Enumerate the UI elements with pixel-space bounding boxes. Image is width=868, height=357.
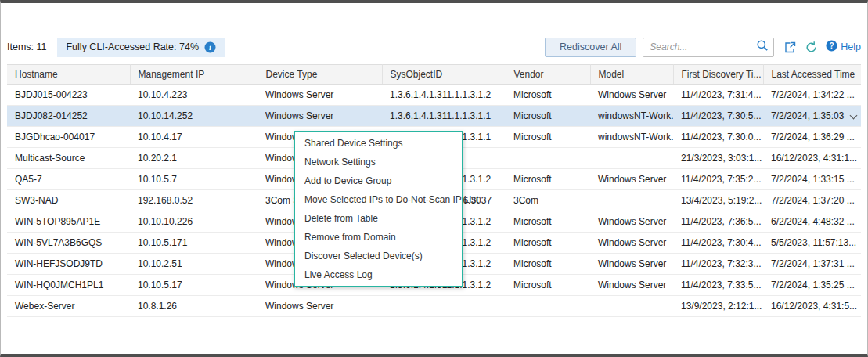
cell-sysobjectid: [382, 296, 506, 317]
cell-model: windowsNT-Work...: [590, 127, 673, 148]
chevron-down-icon[interactable]: [850, 112, 858, 120]
col-hostname[interactable]: Hostname: [7, 65, 130, 85]
col-sysobjectid[interactable]: SysObjectID: [382, 65, 506, 85]
cell-last-accessed: 7/2/2024, 1:35:25 ...: [763, 275, 861, 296]
cell-hostname: WIN-HQ0JMCH1PL1: [7, 275, 130, 296]
table-row[interactable]: Webex-Server 10.8.1.26 Windows Server 13…: [7, 296, 861, 317]
cell-management-ip: 10.20.2.1: [130, 148, 258, 169]
cell-management-ip: 10.10.4.17: [130, 127, 258, 148]
cell-management-ip: 10.10.5.17: [130, 275, 258, 296]
context-menu-item[interactable]: Network Settings: [295, 153, 462, 171]
cli-rate-label: Fully CLI-Accessed Rate: 74%: [66, 41, 199, 52]
cell-first-discovery: 11/4/2023, 7:36:5...: [673, 211, 763, 233]
cell-first-discovery: 11/4/2023, 7:32:3...: [673, 254, 763, 275]
toolbar-right: Rediscover All: [545, 38, 861, 57]
cell-first-discovery: 11/4/2023, 7:30:4...: [673, 233, 763, 254]
export-icon[interactable]: [783, 41, 797, 54]
cell-management-ip: 10.10.4.223: [130, 85, 258, 106]
context-menu-item[interactable]: Delete from Table: [295, 209, 462, 228]
cell-device-type: Windows Server: [258, 296, 382, 317]
cell-device-type: Windows Server: [258, 85, 382, 106]
cell-first-discovery: 11/4/2023, 7:35:2...: [673, 169, 763, 190]
table-row[interactable]: BJDJ015-004223 10.10.4.223 Windows Serve…: [7, 85, 861, 106]
col-model[interactable]: Model: [590, 65, 673, 85]
cell-model: windowsNT-Work...: [590, 106, 673, 127]
cell-model: Windows Server: [590, 254, 673, 275]
col-first-discovery[interactable]: First Discovery Ti...: [673, 65, 763, 85]
search-input[interactable]: [650, 41, 756, 52]
cell-last-accessed: 16/12/2023, 4:31:5...: [763, 296, 861, 317]
cell-management-ip: 192.168.0.52: [130, 190, 258, 211]
cell-model: [590, 190, 673, 211]
toolbar: Items: 11 Fully CLI-Accessed Rate: 74% i…: [1, 36, 867, 58]
cell-hostname: BJGDhcao-004017: [7, 127, 130, 148]
cell-last-accessed: 7/2/2024, 1:36:29 ...: [763, 127, 861, 148]
cell-model: Windows Server: [590, 169, 673, 190]
cell-last-accessed: 7/2/2024, 1:34:22 ...: [763, 85, 861, 106]
cell-vendor: Microsoft: [506, 169, 590, 190]
cell-last-accessed: 7/2/2024, 1:33:15 ...: [763, 169, 861, 190]
context-menu-item[interactable]: Shared Device Settings: [295, 134, 462, 153]
context-menu-item[interactable]: Discover Selected Device(s): [295, 247, 462, 265]
svg-text:?: ?: [830, 41, 834, 50]
cell-vendor: Microsoft: [506, 127, 590, 148]
col-last-accessed[interactable]: Last Accessed Time: [763, 65, 861, 85]
cell-last-accessed: 16/12/2023, 4:31:1...: [763, 148, 861, 169]
cell-vendor: Microsoft: [506, 254, 590, 275]
rediscover-all-button[interactable]: Rediscover All: [545, 38, 636, 57]
cell-model: Windows Server: [590, 85, 673, 106]
cell-model: Windows Server: [590, 275, 673, 296]
cell-model: Windows Server: [590, 211, 673, 233]
cell-hostname: Multicast-Source: [7, 148, 130, 169]
cell-management-ip: 10.10.2.51: [130, 254, 258, 275]
cell-model: Windows Server: [590, 233, 673, 254]
cell-vendor: [506, 148, 590, 169]
cell-hostname: WIN-5VL7A3B6GQS: [7, 233, 130, 254]
cell-vendor: Microsoft: [506, 211, 590, 233]
col-management-ip[interactable]: Management IP: [130, 65, 258, 85]
cell-management-ip: 10.10.5.171: [130, 233, 258, 254]
cell-last-accessed: 6/2/2024, 4:48:32 ...: [763, 211, 861, 233]
context-menu-item[interactable]: Add to Device Group: [295, 171, 462, 190]
table-header: Hostname Management IP Device Type SysOb…: [7, 65, 861, 85]
search-icon[interactable]: [756, 39, 769, 55]
cell-hostname: Webex-Server: [7, 296, 130, 317]
table-row[interactable]: BJDJ082-014252 10.10.14.252 Windows Serv…: [7, 106, 861, 127]
cell-model: [590, 148, 673, 169]
context-menu-item[interactable]: Move Selected IPs to Do-Not-Scan IP List: [295, 190, 462, 209]
context-menu-item[interactable]: Remove from Domain: [295, 228, 462, 247]
cell-sysobjectid: 1.3.6.1.4.1.311.1.1.3.1.2: [382, 85, 506, 106]
cell-management-ip: 10.10.14.252: [130, 106, 258, 127]
items-count: Items: 11: [7, 41, 46, 52]
cell-first-discovery: 11/4/2023, 7:33:5...: [673, 275, 763, 296]
cell-vendor: 3Com: [506, 190, 590, 211]
cell-hostname: QA5-7: [7, 169, 130, 190]
cell-first-discovery: 11/4/2023, 7:30:5...: [673, 106, 763, 127]
cell-first-discovery: 11/4/2023, 7:30:0...: [673, 127, 763, 148]
cell-vendor: Microsoft: [506, 233, 590, 254]
cell-hostname: SW3-NAD: [7, 190, 130, 211]
col-vendor[interactable]: Vendor: [506, 65, 590, 85]
cli-rate-badge: Fully CLI-Accessed Rate: 74% i: [57, 38, 225, 57]
cell-management-ip: 10.10.10.226: [130, 211, 258, 233]
cell-last-accessed: 7/2/2024, 1:37:31 ...: [763, 254, 861, 275]
cell-hostname: WIN-HEFJSODJ9TD: [7, 254, 130, 275]
refresh-icon[interactable]: [805, 41, 818, 54]
help-label: Help: [841, 41, 861, 52]
cell-last-accessed: 7/2/2024, 1:35:03: [763, 106, 861, 127]
search-box[interactable]: [643, 38, 774, 57]
help-link[interactable]: ? Help: [826, 40, 861, 55]
col-device-type[interactable]: Device Type: [258, 65, 382, 85]
cell-hostname: WIN-5TOP895AP1E: [7, 211, 130, 233]
context-menu: Shared Device SettingsNetwork SettingsAd…: [294, 131, 463, 287]
cell-hostname: BJDJ015-004223: [7, 85, 130, 106]
cell-vendor: [506, 296, 590, 317]
cell-model: [590, 296, 673, 317]
cell-first-discovery: 13/9/2023, 2:12:1...: [673, 296, 763, 317]
context-menu-item[interactable]: Live Access Log: [295, 265, 462, 284]
cell-first-discovery: 13/4/2023, 5:19:2...: [673, 190, 763, 211]
cell-device-type: Windows Server: [258, 106, 382, 127]
cell-management-ip: 10.8.1.26: [130, 296, 258, 317]
cell-management-ip: 10.10.5.7: [130, 169, 258, 190]
info-icon[interactable]: i: [204, 41, 216, 53]
